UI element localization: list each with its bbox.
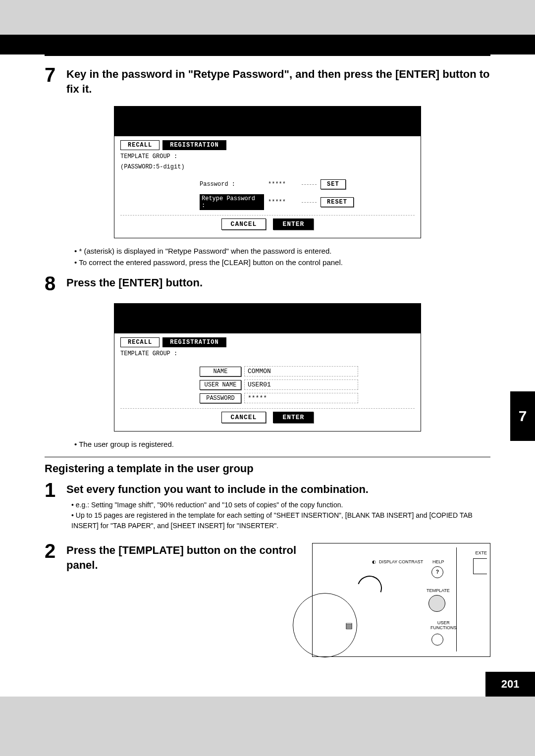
top-rule xyxy=(45,54,490,56)
template-button[interactable] xyxy=(428,595,445,612)
retype-password-value[interactable]: ***** xyxy=(268,199,298,206)
password-value2: ***** xyxy=(244,393,358,403)
panel-divider xyxy=(456,547,457,651)
exte-label: EXTE xyxy=(475,550,487,555)
retype-password-label: Retype Password : xyxy=(200,194,264,210)
step-1: 1 Set every function you want to include… xyxy=(45,480,490,536)
name-value: COMMON xyxy=(244,366,358,377)
password-button[interactable]: PASSWORD xyxy=(200,393,241,403)
password-screen: RECALL REGISTRATION TEMPLATE GROUP : (PA… xyxy=(114,106,421,238)
dash-connector xyxy=(302,184,317,185)
step-1-number: 1 xyxy=(45,480,66,500)
screen1-black-area xyxy=(114,107,421,136)
section-rule xyxy=(45,457,490,457)
step7-notes: * (asterisk) is displayed in "Retype Pas… xyxy=(74,245,490,269)
enter-button[interactable]: ENTER xyxy=(273,412,314,423)
divider-dashed xyxy=(120,215,415,216)
cancel-button[interactable]: CANCEL xyxy=(221,412,267,423)
display-contrast-label: DISPLAY CONTRAST xyxy=(379,559,423,564)
contrast-gauge-icon xyxy=(353,572,386,604)
chapter-7-tab: 7 xyxy=(510,391,535,441)
step-2-number: 2 xyxy=(45,541,66,561)
name-button[interactable]: NAME xyxy=(200,367,241,377)
step-8-number: 8 xyxy=(45,273,66,293)
help-label: HELP xyxy=(432,559,444,564)
step-8: 8 Press the [ENTER] button. xyxy=(45,273,490,293)
step8-note-1: The user group is registered. xyxy=(74,438,490,450)
template-label: TEMPLATE xyxy=(427,588,450,593)
contrast-icon: ◐ xyxy=(372,559,376,564)
tab-registration[interactable]: REGISTRATION xyxy=(162,140,226,150)
username-button[interactable]: USER NAME xyxy=(200,380,241,390)
panel-arc xyxy=(293,593,357,657)
exte-slot xyxy=(473,558,487,574)
control-panel-diagram: ◐ DISPLAY CONTRAST HELP EXTE ? TEMPLATE … xyxy=(312,543,490,657)
step-7-number: 7 xyxy=(45,65,66,85)
template-group-screen: RECALL REGISTRATION TEMPLATE GROUP : NAM… xyxy=(114,303,421,432)
tab-registration[interactable]: REGISTRATION xyxy=(162,337,226,347)
screen2-black-area xyxy=(114,304,421,333)
dash-connector xyxy=(302,202,317,203)
step-7: 7 Key in the password in "Retype Passwor… xyxy=(45,65,490,96)
step-7-title: Key in the password in "Retype Password"… xyxy=(66,67,490,96)
step-2-title: Press the [TEMPLATE] button on the contr… xyxy=(66,543,303,572)
top-gray-area xyxy=(0,0,535,35)
username-value: USER01 xyxy=(244,379,358,390)
header-black-bar xyxy=(0,35,535,54)
step1-note-2: Up to 15 pages are registered in the tem… xyxy=(71,510,490,531)
step7-note-2: To correct the entered password, press t… xyxy=(74,257,490,268)
enter-button[interactable]: ENTER xyxy=(273,218,314,230)
reset-button[interactable]: RESET xyxy=(321,197,354,207)
user-functions-label: USER FUNCTIONS xyxy=(430,620,457,630)
user-functions-button[interactable] xyxy=(431,634,443,646)
password-label: Password : xyxy=(200,181,264,188)
step1-notes: e.g.: Setting "Image shift", "90% reduct… xyxy=(71,500,490,531)
password-value[interactable]: ***** xyxy=(268,181,298,188)
step1-note-1: e.g.: Setting "Image shift", "90% reduct… xyxy=(71,500,490,510)
tab-recall[interactable]: RECALL xyxy=(120,140,160,150)
step-2: 2 Press the [TEMPLATE] button on the con… xyxy=(45,541,490,657)
set-button[interactable]: SET xyxy=(321,179,346,189)
step-1-title: Set every function you want to include i… xyxy=(66,482,490,497)
page-number: 201 xyxy=(485,672,535,697)
template-group-line: TEMPLATE GROUP : xyxy=(120,153,415,160)
tab-recall[interactable]: RECALL xyxy=(120,337,160,347)
cancel-button[interactable]: CANCEL xyxy=(221,218,267,230)
template-group-line2: (PASSWORD:5-digit) xyxy=(120,163,415,170)
step7-note-1: * (asterisk) is displayed in "Retype Pas… xyxy=(74,245,490,257)
step-8-title: Press the [ENTER] button. xyxy=(66,275,490,290)
step8-notes: The user group is registered. xyxy=(74,438,490,450)
template-group-line: TEMPLATE GROUP : xyxy=(120,350,415,357)
help-button-icon[interactable]: ? xyxy=(431,566,443,578)
section-title: Registering a template in the user group xyxy=(45,462,490,475)
divider-dashed xyxy=(120,408,415,409)
